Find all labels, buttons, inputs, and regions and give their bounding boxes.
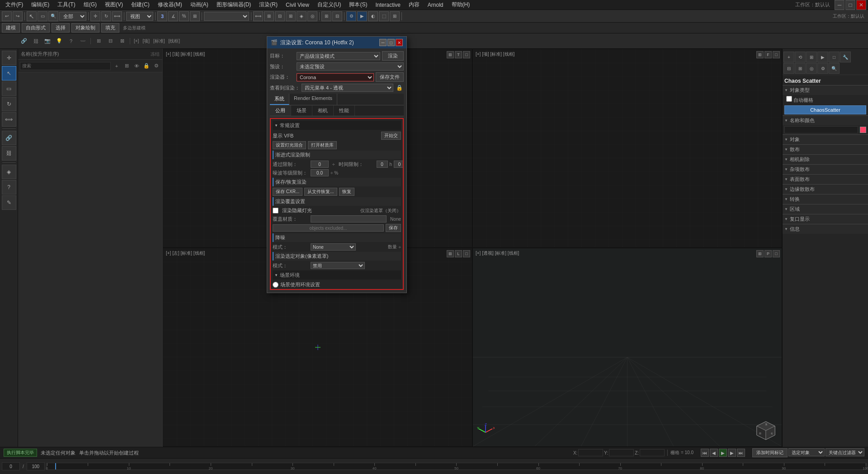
- y-input[interactable]: [609, 449, 634, 456]
- chaos-scatter-btn[interactable]: ChaosScatter: [784, 105, 866, 114]
- active-shade-btn[interactable]: ◐: [368, 11, 378, 21]
- obj-layer-btn[interactable]: ⊞: [123, 62, 131, 70]
- z-input[interactable]: [640, 449, 665, 456]
- script-btn[interactable]: 执行脚本完毕: [4, 449, 37, 457]
- select-obj-dropdown[interactable]: 选定对象: [788, 448, 825, 456]
- transform-section[interactable]: 转换: [783, 194, 868, 204]
- normal-align-btn[interactable]: ⊞: [286, 11, 296, 21]
- scale-tool[interactable]: ⟺: [2, 112, 16, 127]
- scale-btn[interactable]: ⟺: [112, 11, 122, 21]
- cmd-display-icon[interactable]: □: [829, 52, 840, 62]
- common-settings-header[interactable]: 常规设置: [273, 121, 401, 130]
- select-filter-dropdown[interactable]: 全部: [59, 12, 86, 21]
- cmd-utils-icon[interactable]: 🔧: [840, 52, 851, 62]
- dialog-minimize-btn[interactable]: ─: [379, 39, 387, 46]
- viewport-front[interactable]: [+] [项] [标准] [线框] ⊞ F □: [472, 49, 782, 248]
- dialog-titlebar[interactable]: 🎬 渲染设置: Corona 10 (Hotfix 2) ─ □ ✕: [267, 37, 406, 48]
- save-file-btn[interactable]: 保存文件: [376, 72, 404, 82]
- add-key-btn[interactable]: 添加时间标记: [752, 448, 788, 457]
- tab-scene[interactable]: 场景: [291, 105, 312, 116]
- viewport-perspective[interactable]: [+] [透视] [标准] [线框]: [472, 248, 782, 447]
- place-highlight-btn[interactable]: ◈: [297, 11, 307, 21]
- time-limit-m-input[interactable]: [394, 161, 404, 168]
- play-btn[interactable]: ▶: [719, 449, 727, 457]
- viewport-display-section[interactable]: 复口显示: [783, 214, 868, 224]
- rotate-tool[interactable]: ↻: [2, 97, 16, 111]
- menu-help[interactable]: 帮助(H): [448, 0, 474, 9]
- link-icon[interactable]: 🔗: [20, 37, 28, 45]
- render-selected-mode-select[interactable]: 禁用: [311, 262, 365, 269]
- shapes-tool[interactable]: ◈: [2, 165, 16, 179]
- menu-civil-view[interactable]: Civil View: [282, 1, 313, 9]
- cmd-extra4-icon[interactable]: ⚙: [817, 63, 828, 74]
- key-filter-dropdown[interactable]: 关键点过滤器: [826, 448, 864, 456]
- move-btn[interactable]: ✛: [90, 11, 100, 21]
- time-limit-h-input[interactable]: [377, 161, 388, 168]
- vp-top-shading-icon[interactable]: □: [463, 51, 470, 58]
- spinner-snap-btn[interactable]: ⊞: [190, 11, 200, 21]
- menu-modifier[interactable]: 修改器(M): [154, 0, 186, 9]
- view-select[interactable]: 四元菜单 4 - 透视: [302, 84, 393, 92]
- vp-persp-shading-icon[interactable]: □: [773, 250, 780, 257]
- pass-limit-input[interactable]: [311, 161, 329, 168]
- light-icon[interactable]: 💡: [55, 37, 63, 45]
- vp-left-shading-icon[interactable]: □: [463, 250, 470, 257]
- save-override-btn[interactable]: 保存: [386, 224, 401, 232]
- link-tool[interactable]: 🔗: [2, 131, 16, 145]
- window-minimize[interactable]: ─: [835, 0, 844, 10]
- objects-section[interactable]: 对象: [783, 134, 868, 144]
- select-none-icon[interactable]: ⊟: [106, 37, 114, 45]
- preset-select[interactable]: 未选定预设: [297, 62, 404, 71]
- cmd-extra3-icon[interactable]: ◎: [806, 63, 817, 74]
- tab-performance[interactable]: 性能: [334, 105, 355, 116]
- select-btn[interactable]: ↖: [27, 11, 37, 21]
- toolbar2-modeling[interactable]: 建模: [2, 23, 20, 33]
- vp-front-view-icon[interactable]: F: [764, 51, 772, 58]
- menu-graph-editor[interactable]: 图形编辑器(D): [213, 0, 255, 9]
- isolate-btn[interactable]: ◎: [307, 11, 317, 21]
- menu-animation[interactable]: 动画(A): [187, 0, 212, 9]
- prev-frame-btn[interactable]: ◀: [710, 449, 718, 457]
- vp-persp-view-icon[interactable]: P: [764, 250, 772, 257]
- select-tool[interactable]: ↖: [2, 66, 16, 81]
- vp-persp-settings-icon[interactable]: ⊞: [756, 250, 764, 257]
- auto-grid-checkbox[interactable]: [786, 96, 792, 102]
- tab-common[interactable]: 公用: [270, 105, 291, 116]
- invert-selection-icon[interactable]: ⊠: [118, 37, 126, 45]
- obj-name-input[interactable]: [784, 126, 858, 133]
- edge-dist-section[interactable]: 边缘散散布: [783, 184, 868, 194]
- override-mat-input[interactable]: [311, 215, 387, 223]
- cmd-modify-icon[interactable]: ⟲: [795, 52, 806, 62]
- cmd-create-icon[interactable]: +: [783, 52, 794, 62]
- scene-env-header[interactable]: 场景环境: [273, 270, 401, 280]
- select-all-icon[interactable]: ⊞: [94, 37, 103, 45]
- toolbar2-obj-paint[interactable]: 对象绘制: [71, 23, 99, 33]
- named-selections-dropdown[interactable]: [204, 12, 249, 21]
- layer-btn[interactable]: ⊞: [321, 11, 331, 21]
- menu-customize[interactable]: 自定义(U): [314, 0, 345, 9]
- menu-view[interactable]: 视图(V): [101, 0, 127, 9]
- menu-interactive[interactable]: Interactive: [372, 1, 404, 9]
- obj-type-section[interactable]: 对象类型: [783, 85, 868, 95]
- paint-tool[interactable]: ✎: [2, 195, 16, 210]
- target-select[interactable]: 产品级渲染模式: [297, 52, 380, 60]
- cmd-motion-icon[interactable]: ▶: [817, 52, 828, 62]
- redo-btn[interactable]: ↪: [13, 11, 23, 21]
- dialog-restore-btn[interactable]: □: [387, 39, 395, 46]
- menu-file[interactable]: 文件(F): [2, 0, 27, 9]
- information-section[interactable]: 信息: [783, 224, 868, 234]
- menu-arnold[interactable]: Arnold: [424, 1, 447, 9]
- tab-system[interactable]: 系统: [270, 94, 289, 105]
- menu-edit[interactable]: 编辑(E): [28, 0, 53, 9]
- vp-left-view-icon[interactable]: L: [455, 250, 462, 257]
- current-frame-input[interactable]: [2, 462, 20, 470]
- timeline-track[interactable]: 0 10 20 30 40 50 60 70 80 90 100: [47, 463, 866, 470]
- begin-rendering-btn[interactable]: 开始交: [381, 132, 401, 140]
- render-hidden-lights-check[interactable]: [273, 208, 278, 213]
- menu-tools[interactable]: 工具(T): [54, 0, 79, 9]
- nav-cube[interactable]: 顶 前 右: [755, 419, 777, 442]
- render-btn[interactable]: 渲染: [382, 51, 404, 61]
- obj-search-input[interactable]: [20, 62, 111, 70]
- renderer-select[interactable]: Corona: [297, 73, 374, 81]
- menu-script[interactable]: 脚本(S): [345, 0, 371, 9]
